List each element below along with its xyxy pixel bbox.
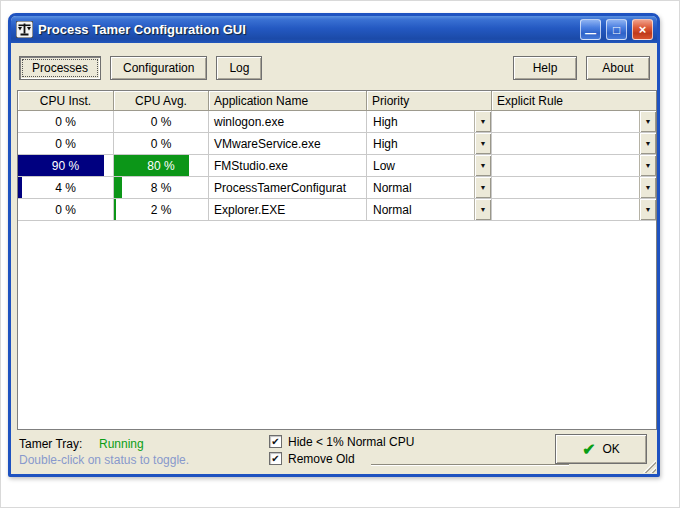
priority-cell: High ▼: [367, 133, 492, 154]
column-header-explicit-rule[interactable]: Explicit Rule: [492, 91, 656, 110]
cpu-avg-cell: 80 %: [114, 155, 209, 176]
close-icon: ×: [639, 23, 647, 36]
table-row[interactable]: 90 % 80 % FMStudio.exe Low ▼: [18, 155, 656, 177]
chevron-down-icon[interactable]: ▼: [474, 111, 491, 132]
cpu-avg-value: 80 %: [147, 159, 174, 173]
tray-status-line: Tamer Tray:Running: [19, 437, 144, 451]
cpu-avg-cell: 0 %: [114, 111, 209, 132]
tray-status-label: Tamer Tray:: [19, 437, 99, 451]
chevron-down-icon[interactable]: ▼: [474, 177, 491, 198]
table-header: CPU Inst. CPU Avg. Application Name Prio…: [18, 91, 656, 111]
checkbox-label: Remove Old: [288, 452, 355, 466]
priority-value: Normal: [367, 203, 474, 217]
ok-button-label: OK: [603, 442, 620, 456]
cpu-inst-value: 0 %: [55, 203, 76, 217]
app-window: Process Tamer Configuration GUI — □ × Pr…: [8, 13, 660, 477]
chevron-down-icon[interactable]: ▼: [639, 177, 656, 198]
cpu-inst-value: 4 %: [55, 181, 76, 195]
cpu-inst-cell: 0 %: [18, 133, 114, 154]
checkbox-label: Hide < 1% Normal CPU: [288, 435, 414, 449]
client-area: Processes Configuration Log Help About C…: [11, 43, 657, 474]
explicit-rule-cell: ▼: [492, 111, 656, 132]
chevron-down-icon[interactable]: ▼: [639, 111, 656, 132]
process-table: CPU Inst. CPU Avg. Application Name Prio…: [17, 90, 657, 430]
tab-processes[interactable]: Processes: [19, 56, 101, 80]
tab-log[interactable]: Log: [216, 56, 262, 80]
table-row[interactable]: 0 % 0 % winlogon.exe High ▼: [18, 111, 656, 133]
column-header-cpu-avg[interactable]: CPU Avg.: [114, 91, 209, 110]
priority-value: Low: [367, 159, 474, 173]
chevron-down-icon[interactable]: ▼: [639, 133, 656, 154]
explicit-rule-dropdown[interactable]: ▼: [492, 177, 656, 198]
chevron-down-icon[interactable]: ▼: [474, 133, 491, 154]
table-row[interactable]: 4 % 8 % ProcessTamerConfigurat Normal ▼: [18, 177, 656, 199]
cpu-inst-bar: [18, 177, 22, 198]
window-title: Process Tamer Configuration GUI: [38, 22, 575, 37]
tray-status-hint: Double-click on status to toggle.: [19, 453, 189, 467]
application-name-cell: Explorer.EXE: [209, 199, 367, 220]
cpu-avg-value: 0 %: [151, 115, 172, 129]
application-name-cell: VMwareService.exe: [209, 133, 367, 154]
explicit-rule-dropdown[interactable]: ▼: [492, 199, 656, 220]
minimize-button[interactable]: —: [580, 19, 601, 40]
priority-value: High: [367, 115, 474, 129]
cpu-avg-value: 8 %: [151, 181, 172, 195]
title-bar[interactable]: Process Tamer Configuration GUI — □ ×: [11, 16, 657, 43]
application-name-cell: winlogon.exe: [209, 111, 367, 132]
cpu-avg-cell: 0 %: [114, 133, 209, 154]
priority-cell: Normal ▼: [367, 177, 492, 198]
about-button[interactable]: About: [586, 56, 650, 80]
priority-dropdown[interactable]: High ▼: [367, 111, 491, 132]
application-name-cell: FMStudio.exe: [209, 155, 367, 176]
cpu-avg-cell: 2 %: [114, 199, 209, 220]
help-button[interactable]: Help: [513, 56, 577, 80]
priority-cell: Low ▼: [367, 155, 492, 176]
explicit-rule-cell: ▼: [492, 199, 656, 220]
priority-dropdown[interactable]: Normal ▼: [367, 177, 491, 198]
options-checkboxes: ✔ Hide < 1% Normal CPU ✔ Remove Old: [269, 433, 414, 467]
column-header-application[interactable]: Application Name: [209, 91, 367, 110]
cpu-inst-cell: 0 %: [18, 199, 114, 220]
hide-normal-cpu-checkbox[interactable]: ✔ Hide < 1% Normal CPU: [269, 433, 414, 450]
explicit-rule-dropdown[interactable]: ▼: [492, 111, 656, 132]
table-row[interactable]: 0 % 0 % VMwareService.exe High ▼: [18, 133, 656, 155]
tray-status-value[interactable]: Running: [99, 437, 144, 451]
explicit-rule-dropdown[interactable]: ▼: [492, 133, 656, 154]
cpu-avg-value: 2 %: [151, 203, 172, 217]
cpu-inst-cell: 90 %: [18, 155, 114, 176]
explicit-rule-cell: ▼: [492, 155, 656, 176]
close-button[interactable]: ×: [632, 19, 653, 40]
minimize-icon: —: [585, 28, 596, 39]
priority-dropdown[interactable]: Low ▼: [367, 155, 491, 176]
chevron-down-icon[interactable]: ▼: [639, 199, 656, 220]
priority-dropdown[interactable]: High ▼: [367, 133, 491, 154]
green-check-icon: ✔: [582, 440, 595, 459]
cpu-avg-bar: [114, 177, 122, 198]
explicit-rule-dropdown[interactable]: ▼: [492, 155, 656, 176]
application-name-cell: ProcessTamerConfigurat: [209, 177, 367, 198]
scales-icon: [16, 21, 33, 38]
cpu-inst-value: 0 %: [55, 115, 76, 129]
top-right-buttons: Help About: [513, 56, 650, 80]
cpu-avg-value: 0 %: [151, 137, 172, 151]
column-header-priority[interactable]: Priority: [367, 91, 492, 110]
chevron-down-icon[interactable]: ▼: [639, 155, 656, 176]
page-background: Process Tamer Configuration GUI — □ × Pr…: [0, 0, 680, 508]
table-row[interactable]: 0 % 2 % Explorer.EXE Normal ▼: [18, 199, 656, 221]
priority-dropdown[interactable]: Normal ▼: [367, 199, 491, 220]
cpu-inst-cell: 0 %: [18, 111, 114, 132]
tab-bar: Processes Configuration Log: [19, 56, 262, 80]
ok-button[interactable]: ✔ OK: [555, 434, 647, 464]
cpu-inst-value: 0 %: [55, 137, 76, 151]
tab-configuration[interactable]: Configuration: [110, 56, 207, 80]
checkbox-check-icon[interactable]: ✔: [269, 435, 282, 448]
chevron-down-icon[interactable]: ▼: [474, 155, 491, 176]
priority-cell: Normal ▼: [367, 199, 492, 220]
cpu-inst-value: 90 %: [52, 159, 79, 173]
maximize-button[interactable]: □: [606, 19, 627, 40]
checkbox-check-icon[interactable]: ✔: [269, 452, 282, 465]
column-header-cpu-inst[interactable]: CPU Inst.: [18, 91, 114, 110]
chevron-down-icon[interactable]: ▼: [474, 199, 491, 220]
cpu-inst-cell: 4 %: [18, 177, 114, 198]
explicit-rule-cell: ▼: [492, 133, 656, 154]
